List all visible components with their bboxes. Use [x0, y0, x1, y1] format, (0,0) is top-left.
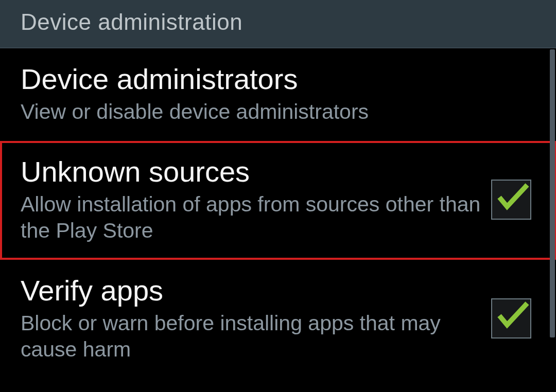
setting-item-unknown-sources[interactable]: Unknown sources Allow installation of ap…	[0, 141, 556, 260]
checkbox-verify-apps[interactable]	[491, 298, 531, 338]
setting-title: Verify apps	[21, 274, 481, 307]
setting-title: Unknown sources	[21, 155, 481, 188]
checkbox-unknown-sources[interactable]	[491, 180, 531, 220]
checkmark-icon	[493, 175, 530, 219]
setting-subtitle: Block or warn before installing apps tha…	[21, 310, 481, 363]
setting-text: Device administrators View or disable de…	[21, 63, 535, 126]
setting-subtitle: Allow installation of apps from sources …	[21, 191, 481, 244]
setting-text: Verify apps Block or warn before install…	[21, 274, 491, 363]
setting-text: Unknown sources Allow installation of ap…	[21, 155, 491, 244]
setting-item-device-administrators[interactable]: Device administrators View or disable de…	[0, 48, 556, 141]
setting-title: Device administrators	[21, 63, 525, 96]
scrollbar[interactable]	[550, 49, 555, 337]
setting-subtitle: View or disable device administrators	[21, 99, 525, 125]
checkmark-icon	[493, 294, 530, 337]
section-header: Device administration	[0, 0, 556, 48]
setting-item-verify-apps[interactable]: Verify apps Block or warn before install…	[0, 260, 556, 379]
